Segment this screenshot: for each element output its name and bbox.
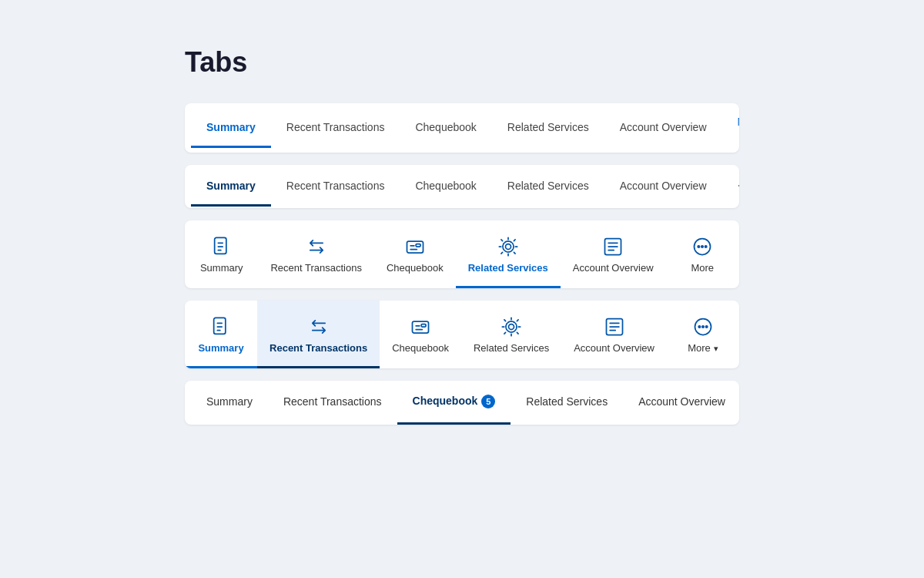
tab-chequebook-1[interactable]: Chequebook	[400, 109, 491, 148]
tab-icon-related-4[interactable]: Related Services	[461, 301, 561, 368]
tab-icon-label-recent-4: Recent Transactions	[270, 342, 367, 354]
tab-icon-summary-3[interactable]: Summary	[185, 220, 258, 288]
ellipsis-icon: ···	[738, 177, 740, 193]
svg-rect-24	[421, 324, 426, 328]
tab-card-3: Summary Recent Transactions Chequebook	[185, 220, 739, 288]
tab-icon-label-more-3: More	[691, 262, 714, 274]
svg-rect-4	[407, 241, 423, 253]
tab-recent-transactions-5[interactable]: Recent Transactions	[268, 381, 397, 424]
tab-icon-recent-3[interactable]: Recent Transactions	[258, 220, 374, 288]
tab-recent-transactions-2[interactable]: Recent Transactions	[271, 167, 400, 207]
svg-point-9	[503, 241, 514, 252]
svg-rect-22	[413, 321, 429, 333]
list-icon	[602, 236, 624, 257]
cheque-icon-4	[410, 316, 431, 338]
gear-icon	[497, 236, 519, 257]
tabs-plain-5: Summary Recent Transactions Chequebook5 …	[185, 381, 739, 425]
tab-icon-summary-4[interactable]: Summary	[185, 301, 257, 368]
tab-related-services-1[interactable]: Related Services	[492, 109, 604, 148]
transfer-icon-4	[308, 316, 330, 338]
cheque-icon	[404, 236, 426, 257]
svg-point-26	[509, 324, 514, 330]
svg-point-17	[705, 246, 707, 247]
tab-icon-label-account-3: Account Overview	[573, 262, 654, 274]
tab-card-1: Summary Recent Transactions Chequebook R…	[185, 103, 739, 153]
tab-icon-chequebook-3[interactable]: Chequebook	[374, 220, 456, 288]
tab-icon-more-4[interactable]: More▾	[667, 301, 739, 368]
tab-account-overview-5[interactable]: Account Overview	[623, 381, 739, 424]
tab-account-overview-1[interactable]: Account Overview	[604, 109, 722, 148]
page-container: Tabs Summary Recent Transactions Chequeb…	[185, 46, 739, 437]
tab-summary-1[interactable]: Summary	[191, 109, 271, 148]
tab-card-4: Summary Recent Transactions Chequebook	[185, 301, 739, 368]
page-title: Tabs	[185, 46, 739, 79]
svg-point-33	[698, 326, 700, 328]
tab-summary-5[interactable]: Summary	[191, 381, 268, 424]
tab-icon-label-chequebook-3: Chequebook	[387, 262, 444, 274]
tab-icon-label-account-4: Account Overview	[574, 342, 654, 354]
tab-icon-label-related-4: Related Services	[474, 342, 549, 354]
tab-summary-2[interactable]: Summary	[191, 167, 271, 207]
tab-icon-account-4[interactable]: Account Overview	[561, 301, 667, 368]
tabs-row-2: Summary Recent Transactions Chequebook R…	[185, 165, 739, 208]
tab-icon-label-more-4: More▾	[688, 342, 718, 354]
tab-icon-account-3[interactable]: Account Overview	[561, 220, 666, 288]
tab-recent-transactions-1[interactable]: Recent Transactions	[271, 109, 400, 148]
more-circle-icon	[691, 236, 713, 257]
tab-related-services-5[interactable]: Related Services	[511, 381, 623, 424]
tab-more-1[interactable]: More▾	[722, 103, 740, 153]
transfer-icon	[306, 236, 327, 257]
tab-icon-label-summary-3: Summary	[200, 262, 243, 274]
tab-account-overview-2[interactable]: Account Overview	[604, 167, 722, 207]
tab-icon-more-3[interactable]: More	[666, 220, 739, 288]
svg-point-34	[702, 326, 704, 328]
tab-icon-related-3[interactable]: Related Services	[456, 220, 561, 288]
chevron-down-icon-4: ▾	[714, 344, 718, 354]
more-circle-icon-4	[692, 316, 714, 338]
tabs-icon-row-4: Summary Recent Transactions Chequebook	[185, 301, 739, 368]
tab-chequebook-2[interactable]: Chequebook	[400, 167, 491, 207]
svg-rect-18	[214, 318, 226, 334]
svg-point-35	[705, 326, 707, 328]
chequebook-badge: 5	[481, 395, 495, 408]
document-icon-4	[210, 316, 232, 338]
tab-card-2: Summary Recent Transactions Chequebook R…	[185, 165, 739, 208]
svg-point-16	[701, 246, 703, 247]
list-icon-4	[604, 316, 625, 338]
svg-point-8	[505, 244, 511, 250]
tab-icon-label-recent-3: Recent Transactions	[270, 262, 362, 274]
tab-related-services-2[interactable]: Related Services	[492, 167, 604, 207]
tab-icon-label-chequebook-4: Chequebook	[392, 342, 449, 354]
gear-icon-4	[500, 316, 522, 338]
svg-rect-6	[416, 244, 420, 247]
tabs-row-1: Summary Recent Transactions Chequebook R…	[185, 103, 739, 153]
tab-icon-label-related-3: Related Services	[468, 262, 548, 274]
tab-icon-recent-4[interactable]: Recent Transactions	[257, 301, 380, 368]
tab-card-5: Summary Recent Transactions Chequebook5 …	[185, 381, 739, 425]
tab-chequebook-5[interactable]: Chequebook5	[397, 381, 511, 425]
tabs-icon-row-3: Summary Recent Transactions Chequebook	[185, 220, 739, 288]
svg-rect-0	[214, 237, 226, 254]
document-icon	[211, 236, 233, 257]
svg-point-27	[506, 321, 517, 332]
tab-icon-label-summary-4: Summary	[198, 342, 243, 354]
svg-point-15	[698, 246, 699, 247]
tab-icon-chequebook-4[interactable]: Chequebook	[380, 301, 461, 368]
tab-more-2[interactable]: ···	[722, 165, 740, 208]
